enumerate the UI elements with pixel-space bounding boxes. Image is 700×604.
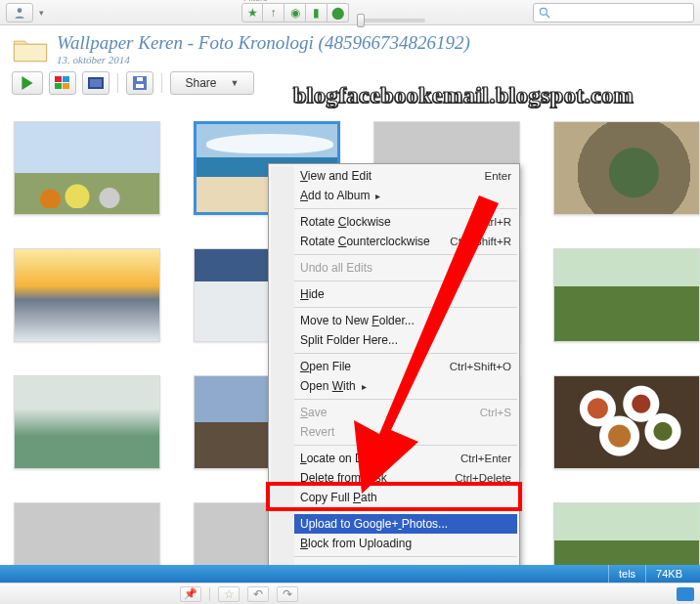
context-menu-item[interactable]: Locate on DiskCtrl+Enter [294,449,517,468]
thumbnail-size-slider[interactable] [357,19,425,22]
context-menu-separator [294,353,517,354]
status-bar: tels 74KB [0,565,700,582]
context-menu-item-shortcut: Enter [485,170,512,182]
filter-people[interactable]: ◉ [284,3,306,22]
filter-tags[interactable]: ⬤ [328,3,349,22]
context-menu-item-shortcut: Ctrl+Enter [460,453,511,464]
svg-line-2 [547,15,550,19]
photo-thumbnail[interactable] [14,248,160,342]
filter-starred[interactable]: ★ [241,3,263,22]
context-menu-item[interactable]: Copy Full Path [294,488,517,507]
context-menu-item[interactable]: Rotate ClockwiseCtrl+R [294,212,517,232]
context-menu-item-label: Rotate Counterclockwise [300,235,450,248]
svg-point-1 [540,8,547,15]
svg-rect-11 [137,77,143,81]
share-button[interactable]: Share ▼ [170,71,254,95]
filters-label: Filters [243,0,268,3]
context-menu-item-label: Delete from Disk [300,471,455,485]
collage-icon [55,76,70,90]
pin-button[interactable]: 📌 [180,586,201,602]
context-menu-item-label: Hide [300,287,511,301]
context-menu-item-shortcut: Ctrl+Shift+O [450,361,511,372]
star-button[interactable]: ☆ [218,586,240,602]
context-menu-item[interactable]: Move to New Folder... [294,311,517,330]
context-menu-item-label: Upload to Google+ Photos... [300,517,511,531]
context-menu-item[interactable]: Open FileCtrl+Shift+O [294,357,517,376]
svg-rect-4 [63,76,69,82]
photo-thumbnail[interactable] [553,375,700,469]
chevron-down-icon: ▼ [231,78,240,88]
star-icon: ☆ [224,587,235,601]
context-menu-item[interactable]: Open With [294,376,517,396]
photo-thumbnail[interactable] [14,121,160,215]
context-menu-item[interactable]: Add to Album [294,186,517,205]
context-menu-separator [294,399,517,400]
context-menu-separator [294,254,517,255]
folder-date: 13. október 2014 [57,54,470,65]
svg-rect-6 [63,83,69,89]
search-input[interactable] [533,3,694,22]
photo-thumbnail[interactable] [553,121,700,215]
context-menu-item-label: Open With [300,379,511,393]
context-menu: View and EditEnterAdd to AlbumRotate Clo… [268,163,520,604]
context-menu-item-label: Block from Uploading [300,537,511,550]
rotate-left-button[interactable]: ↶ [247,586,269,602]
svg-rect-5 [55,83,62,89]
filter-uploads[interactable]: ↑ [263,3,284,22]
svg-rect-3 [55,76,62,82]
context-menu-item: SaveCtrl+S [294,403,517,422]
context-menu-separator [294,556,517,557]
svg-point-0 [18,8,22,13]
status-filesize: 74KB [645,565,692,582]
context-menu-item-label: Open File [300,360,450,373]
star-icon: ★ [247,6,258,20]
context-menu-item-label: Save [300,406,480,419]
context-menu-item: Revert [294,422,517,442]
photo-thumbnail[interactable] [553,248,700,342]
context-menu-item-label: Revert [300,425,511,439]
context-menu-item-label: Locate on Disk [300,452,460,465]
context-menu-item-shortcut: Ctrl+R [479,216,511,228]
context-menu-item-label: Undo all Edits [300,261,511,275]
context-menu-item[interactable]: Rotate CounterclockwiseCtrl+Shift+R [294,232,517,251]
context-menu-item[interactable]: Hide [294,284,517,304]
folder-icon [12,33,49,65]
rotate-right-button[interactable]: ↷ [277,586,298,602]
play-icon [21,76,34,90]
film-icon: ▮ [313,6,320,20]
tag-icon: ⬤ [331,6,344,20]
share-label: Share [186,76,217,90]
folder-title: Wallpaper Keren - Foto Kronologi (485966… [57,33,470,54]
context-menu-item-shortcut: Ctrl+Shift+R [450,236,511,247]
context-menu-separator [294,307,517,308]
create-movie-button[interactable] [82,71,109,95]
save-button[interactable] [126,71,153,95]
context-menu-separator [294,445,517,446]
context-menu-separator [294,208,517,209]
context-menu-item[interactable]: Block from Uploading [294,534,517,553]
create-collage-button[interactable] [49,71,76,95]
pin-icon: 📌 [184,587,197,600]
context-menu-item: Undo all Edits [294,258,517,278]
svg-rect-10 [136,84,144,88]
context-menu-item-label: View and Edit [300,169,485,183]
context-menu-item[interactable]: Upload to Google+ Photos... [294,514,517,534]
filter-movies[interactable]: ▮ [306,3,328,22]
context-menu-item-label: Add to Album [300,189,511,202]
context-menu-item-label: Rotate Clockwise [300,215,479,229]
sync-icon [677,587,694,601]
account-button[interactable] [6,3,33,22]
photo-thumbnail[interactable] [14,375,160,469]
status-dimensions: tels [608,565,645,582]
play-slideshow-button[interactable] [12,71,43,95]
context-menu-item[interactable]: Delete from DiskCtrl+Delete [294,468,517,488]
context-menu-separator [294,280,517,281]
context-menu-item[interactable]: Split Folder Here... [294,330,517,350]
bottom-toolbar: 📌 ☆ ↶ ↷ [0,582,700,604]
account-dropdown-icon: ▾ [39,8,44,18]
film-icon [88,77,104,89]
context-menu-separator [294,510,517,511]
context-menu-item[interactable]: View and EditEnter [294,166,517,186]
disk-icon [133,76,147,90]
upload-icon: ↑ [271,6,277,20]
